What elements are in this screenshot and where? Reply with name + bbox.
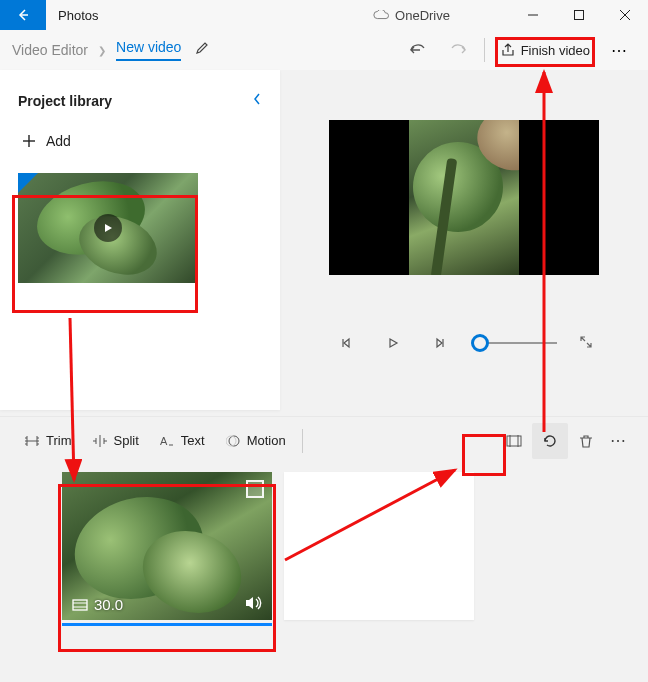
main-area: Project library Add — [0, 70, 648, 410]
rename-button[interactable] — [195, 41, 209, 59]
more-button[interactable]: ⋯ — [600, 41, 640, 60]
trim-label: Trim — [46, 433, 72, 448]
resize-button[interactable] — [496, 423, 532, 459]
seek-thumb[interactable] — [471, 334, 489, 352]
maximize-button[interactable] — [556, 0, 602, 30]
trim-button[interactable]: Trim — [14, 423, 82, 459]
empty-storyboard-slot[interactable] — [284, 472, 474, 620]
storyboard-clip[interactable]: 30.0 — [62, 472, 272, 632]
preview-area — [280, 70, 648, 410]
chevron-left-icon — [252, 92, 262, 106]
split-icon — [92, 435, 108, 447]
play-overlay-icon — [94, 214, 122, 242]
rotate-icon — [541, 432, 559, 450]
delete-button[interactable] — [568, 423, 604, 459]
back-button[interactable] — [0, 0, 46, 30]
trim-icon — [24, 435, 40, 447]
close-button[interactable] — [602, 0, 648, 30]
clip-audio-button[interactable] — [244, 595, 262, 614]
text-label: Text — [181, 433, 205, 448]
clip-progress-bar — [62, 623, 272, 626]
transport-controls — [335, 331, 593, 355]
breadcrumb-current[interactable]: New video — [116, 39, 181, 61]
undo-icon — [409, 41, 427, 59]
split-button[interactable]: Split — [82, 423, 149, 459]
seek-slider[interactable] — [473, 342, 557, 344]
collapse-library-button[interactable] — [252, 92, 262, 109]
separator — [484, 38, 485, 62]
maximize-icon — [574, 10, 584, 20]
step-forward-icon — [433, 337, 445, 349]
minimize-button[interactable] — [510, 0, 556, 30]
trash-icon — [578, 434, 594, 448]
cloud-icon — [373, 10, 389, 20]
split-label: Split — [114, 433, 139, 448]
motion-label: Motion — [247, 433, 286, 448]
step-back-icon — [341, 337, 353, 349]
library-clip-thumbnail[interactable] — [18, 173, 198, 283]
pencil-icon — [195, 41, 209, 55]
duration-icon — [72, 599, 88, 611]
svg-rect-27 — [73, 600, 87, 610]
edit-toolbar: Trim Split A Text Motion ⋯ — [0, 416, 648, 464]
toolbar-more-button[interactable]: ⋯ — [604, 431, 634, 450]
clip-duration: 30.0 — [94, 596, 123, 613]
rotate-button[interactable] — [532, 423, 568, 459]
play-icon — [387, 337, 399, 349]
add-media-button[interactable]: Add — [18, 127, 262, 155]
clip-select-checkbox[interactable] — [246, 480, 264, 498]
storyboard: 30.0 — [0, 464, 648, 669]
play-button[interactable] — [381, 331, 405, 355]
video-preview[interactable] — [329, 120, 599, 275]
onedrive-status[interactable]: OneDrive — [373, 8, 450, 23]
volume-icon — [244, 595, 262, 611]
svg-text:A: A — [160, 435, 168, 447]
text-button[interactable]: A Text — [149, 423, 215, 459]
arrow-left-icon — [16, 8, 30, 22]
svg-rect-1 — [575, 11, 584, 20]
command-bar: Video Editor ❯ New video Finish video ⋯ — [0, 30, 648, 70]
redo-icon — [449, 41, 467, 59]
titlebar: Photos OneDrive — [0, 0, 648, 30]
more-icon: ⋯ — [610, 432, 628, 449]
in-use-indicator — [18, 173, 38, 193]
redo-button[interactable] — [438, 32, 478, 68]
finish-video-label: Finish video — [521, 43, 590, 58]
chevron-right-icon: ❯ — [98, 45, 106, 56]
motion-button[interactable]: Motion — [215, 423, 296, 459]
close-icon — [620, 10, 630, 20]
plus-icon — [22, 134, 36, 148]
onedrive-label: OneDrive — [395, 8, 450, 23]
motion-icon — [225, 434, 241, 448]
share-icon — [501, 43, 515, 57]
minimize-icon — [528, 10, 538, 20]
preview-frame — [409, 120, 519, 275]
expand-icon — [579, 335, 593, 349]
resize-icon — [506, 435, 522, 447]
app-title: Photos — [46, 8, 98, 23]
breadcrumb-parent[interactable]: Video Editor — [12, 42, 88, 58]
frame-forward-button[interactable] — [427, 331, 451, 355]
breadcrumb: Video Editor ❯ New video — [12, 39, 181, 61]
separator — [302, 429, 303, 453]
project-library-panel: Project library Add — [0, 70, 280, 410]
undo-button[interactable] — [398, 32, 438, 68]
more-icon: ⋯ — [611, 41, 629, 60]
project-library-title: Project library — [18, 93, 112, 109]
frame-back-button[interactable] — [335, 331, 359, 355]
svg-rect-24 — [507, 436, 521, 446]
finish-video-button[interactable]: Finish video — [491, 35, 600, 65]
add-label: Add — [46, 133, 71, 149]
text-icon: A — [159, 435, 175, 447]
fullscreen-button[interactable] — [579, 335, 593, 352]
